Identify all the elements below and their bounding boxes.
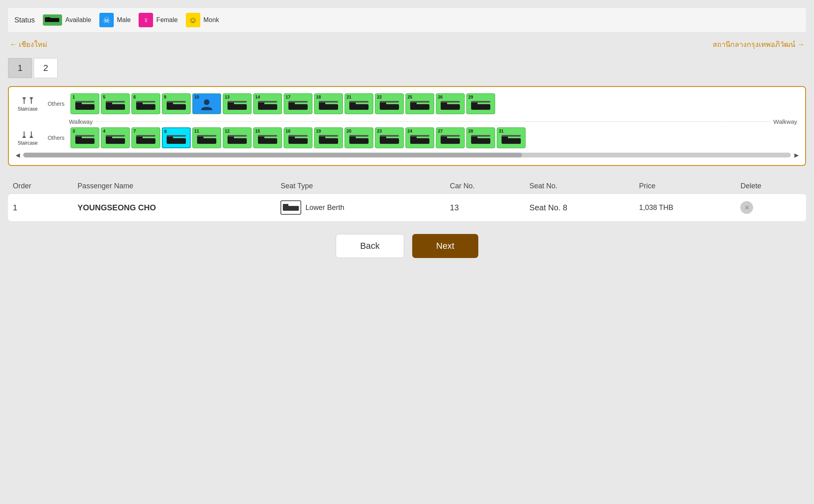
nav-left[interactable]: ← เชียงใหม่ bbox=[10, 38, 47, 50]
female-label: Female bbox=[156, 16, 177, 24]
car-tab-1[interactable]: 1 bbox=[8, 58, 32, 78]
svg-rect-29 bbox=[349, 101, 369, 103]
svg-rect-74 bbox=[380, 135, 399, 137]
lower-seats: 3 4 7 8 11 12 15 16 bbox=[71, 127, 526, 148]
svg-rect-35 bbox=[410, 101, 429, 103]
nav-right[interactable]: สถานีกลางกรุงเทพอภิวัฒน์ → bbox=[713, 38, 804, 50]
lower-staircase: ⤓⤓ Staircase bbox=[14, 130, 42, 146]
male-icon: ☠ bbox=[99, 13, 114, 27]
staircase-up-icon: ⤒⤒ bbox=[20, 96, 35, 106]
booking-table: Order Passenger Name Seat Type Car No. S… bbox=[8, 179, 806, 221]
seat-9[interactable]: 9 bbox=[162, 93, 191, 114]
scroll-left-arrow[interactable]: ◀ bbox=[14, 151, 22, 159]
scrollbar-row: ◀ ▶ bbox=[14, 151, 800, 159]
seat-27[interactable]: 27 bbox=[436, 127, 465, 148]
svg-rect-65 bbox=[288, 135, 308, 137]
status-bar: Status Available ☠ Male ♀ Female ☺ Monk bbox=[8, 8, 806, 32]
seat-10[interactable]: 10 bbox=[192, 93, 221, 114]
svg-rect-20 bbox=[258, 101, 277, 103]
svg-rect-41 bbox=[471, 101, 490, 103]
scrollbar-thumb bbox=[23, 153, 522, 157]
svg-rect-88 bbox=[283, 204, 288, 208]
walkway-row: Walkway Walkway bbox=[14, 116, 800, 127]
staircase-down-label: Staircase bbox=[18, 140, 38, 146]
svg-rect-83 bbox=[471, 135, 490, 137]
svg-rect-44 bbox=[75, 135, 95, 137]
seat-28[interactable]: 28 bbox=[466, 127, 495, 148]
seat-29[interactable]: 29 bbox=[466, 93, 495, 114]
car-tabs: 1 2 bbox=[8, 58, 806, 78]
upper-seat-row: ⤒⤒ Staircase Others 1 5 6 9 1013 14 bbox=[14, 93, 800, 114]
male-label: Male bbox=[117, 16, 131, 24]
seat-14[interactable]: 14 bbox=[253, 93, 282, 114]
upper-staircase: ⤒⤒ Staircase bbox=[14, 96, 42, 112]
next-button[interactable]: Next bbox=[412, 234, 478, 258]
seat-12[interactable]: 12 bbox=[223, 127, 252, 148]
seat-21[interactable]: 21 bbox=[345, 93, 373, 114]
status-label: Status bbox=[14, 16, 35, 24]
svg-rect-23 bbox=[288, 101, 308, 103]
seat-18[interactable]: 18 bbox=[314, 93, 343, 114]
status-female: ♀ Female bbox=[139, 13, 177, 27]
svg-rect-13 bbox=[167, 101, 186, 103]
lower-others-label: Others bbox=[44, 135, 68, 141]
monk-icon: ☺ bbox=[186, 13, 200, 27]
seat-19[interactable]: 19 bbox=[314, 127, 343, 148]
col-order: Order bbox=[8, 179, 73, 194]
staircase-down-icon: ⤓⤓ bbox=[20, 130, 35, 140]
col-seat-no: Seat No. bbox=[525, 179, 635, 194]
seat-20[interactable]: 20 bbox=[345, 127, 373, 148]
female-icon: ♀ bbox=[139, 13, 153, 27]
scrollbar-track[interactable] bbox=[23, 153, 791, 157]
seat-8[interactable]: 8 bbox=[162, 127, 191, 148]
svg-rect-62 bbox=[258, 135, 277, 137]
upper-seats: 1 5 6 9 1013 14 17 18 bbox=[71, 93, 495, 114]
seat-6[interactable]: 6 bbox=[131, 93, 160, 114]
svg-rect-86 bbox=[502, 135, 521, 137]
seat-13[interactable]: 13 bbox=[223, 93, 252, 114]
svg-rect-68 bbox=[319, 135, 338, 137]
seat-7[interactable]: 7 bbox=[131, 127, 160, 148]
col-passenger: Passenger Name bbox=[73, 179, 276, 194]
scroll-right-arrow[interactable]: ▶ bbox=[792, 151, 800, 159]
svg-rect-77 bbox=[410, 135, 429, 137]
col-price: Price bbox=[634, 179, 735, 194]
delete-button[interactable]: ✕ bbox=[740, 201, 753, 214]
monk-label: Monk bbox=[204, 16, 219, 24]
seat-26[interactable]: 26 bbox=[436, 93, 465, 114]
back-button[interactable]: Back bbox=[336, 234, 404, 258]
upper-others-label: Others bbox=[44, 101, 68, 107]
seat-4[interactable]: 4 bbox=[101, 127, 130, 148]
seat-17[interactable]: 17 bbox=[284, 93, 312, 114]
svg-rect-10 bbox=[136, 101, 155, 103]
seat-16[interactable]: 16 bbox=[284, 127, 312, 148]
seat-23[interactable]: 23 bbox=[375, 127, 404, 148]
seat-no-cell: Seat No. 8 bbox=[525, 194, 635, 222]
status-male: ☠ Male bbox=[99, 13, 131, 27]
seat-15[interactable]: 15 bbox=[253, 127, 282, 148]
lower-seat-row: ⤓⤓ Staircase Others 3 4 7 8 11 12 bbox=[14, 127, 800, 148]
col-seat-type: Seat Type bbox=[276, 179, 445, 194]
seat-31[interactable]: 31 bbox=[497, 127, 526, 148]
seat-25[interactable]: 25 bbox=[405, 93, 434, 114]
seat-1[interactable]: 1 bbox=[71, 93, 99, 114]
order-cell: 1 bbox=[8, 194, 73, 222]
svg-rect-59 bbox=[228, 135, 247, 137]
car-tab-2[interactable]: 2 bbox=[34, 58, 58, 78]
svg-rect-17 bbox=[228, 101, 247, 103]
delete-cell: ✕ bbox=[735, 194, 806, 222]
seat-type-cell: Lower Berth bbox=[276, 194, 445, 222]
seat-3[interactable]: 3 bbox=[71, 127, 99, 148]
walkway-line bbox=[96, 121, 770, 122]
seat-24[interactable]: 24 bbox=[405, 127, 434, 148]
seat-22[interactable]: 22 bbox=[375, 93, 404, 114]
status-monk: ☺ Monk bbox=[186, 13, 219, 27]
col-car-no: Car No. bbox=[445, 179, 525, 194]
svg-rect-56 bbox=[197, 135, 216, 137]
svg-rect-26 bbox=[319, 101, 338, 103]
svg-rect-71 bbox=[349, 135, 369, 137]
seat-5[interactable]: 5 bbox=[101, 93, 130, 114]
svg-rect-53 bbox=[167, 135, 186, 137]
svg-rect-1 bbox=[45, 17, 50, 20]
seat-11[interactable]: 11 bbox=[192, 127, 221, 148]
